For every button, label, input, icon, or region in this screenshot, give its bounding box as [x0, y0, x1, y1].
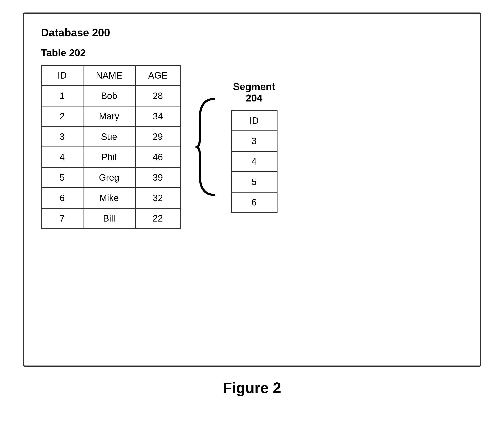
cell-id: 4 — [41, 147, 83, 167]
table-row: 7Bill22 — [41, 208, 180, 229]
table-row: 4Phil46 — [41, 147, 180, 167]
segment-row: 4 — [231, 151, 277, 172]
segment-row: 3 — [231, 131, 277, 151]
cell-name: Bob — [83, 86, 135, 106]
table-row: 1Bob28 — [41, 86, 180, 106]
segment-col-header-id: ID — [231, 111, 277, 131]
diagram-area: ID NAME AGE 1Bob282Mary343Sue294Phil465G… — [41, 65, 463, 229]
segment-cell-id: 3 — [231, 131, 277, 151]
cell-id: 7 — [41, 208, 83, 229]
segment-header-row: ID — [231, 111, 277, 131]
col-header-name: NAME — [83, 65, 135, 86]
cell-name: Phil — [83, 147, 135, 167]
cell-id: 5 — [41, 167, 83, 188]
segment-table: ID 3456 — [231, 110, 278, 213]
cell-name: Mary — [83, 106, 135, 126]
cell-id: 6 — [41, 188, 83, 208]
cell-age: 39 — [135, 167, 180, 188]
cell-name: Sue — [83, 126, 135, 147]
segment-row: 6 — [231, 192, 277, 213]
segment-container: Segment 204 ID 3456 — [231, 81, 278, 213]
database-diagram: Database 200 Table 202 ID NAME AGE 1Bob2… — [23, 12, 481, 367]
col-header-age: AGE — [135, 65, 180, 86]
col-header-id: ID — [41, 65, 83, 86]
cell-age: 29 — [135, 126, 180, 147]
database-title: Database 200 — [41, 26, 463, 39]
segment-title: Segment 204 — [233, 81, 275, 104]
cell-id: 1 — [41, 86, 83, 106]
segment-cell-id: 4 — [231, 151, 277, 172]
cell-name: Bill — [83, 208, 135, 229]
bracket-connector — [193, 93, 218, 201]
segment-cell-id: 5 — [231, 172, 277, 192]
table-row: 6Mike32 — [41, 188, 180, 208]
segment-row: 5 — [231, 172, 277, 192]
table-row: 2Mary34 — [41, 106, 180, 126]
cell-age: 28 — [135, 86, 180, 106]
cell-name: Greg — [83, 167, 135, 188]
cell-age: 32 — [135, 188, 180, 208]
cell-age: 46 — [135, 147, 180, 167]
figure-caption: Figure 2 — [223, 379, 281, 396]
cell-age: 22 — [135, 208, 180, 229]
table-title: Table 202 — [41, 47, 463, 58]
table-row: 5Greg39 — [41, 167, 180, 188]
cell-id: 3 — [41, 126, 83, 147]
cell-age: 34 — [135, 106, 180, 126]
cell-name: Mike — [83, 188, 135, 208]
cell-id: 2 — [41, 106, 83, 126]
table-row: 3Sue29 — [41, 126, 180, 147]
segment-cell-id: 6 — [231, 192, 277, 213]
main-table: ID NAME AGE 1Bob282Mary343Sue294Phil465G… — [41, 65, 181, 229]
table-header-row: ID NAME AGE — [41, 65, 180, 86]
